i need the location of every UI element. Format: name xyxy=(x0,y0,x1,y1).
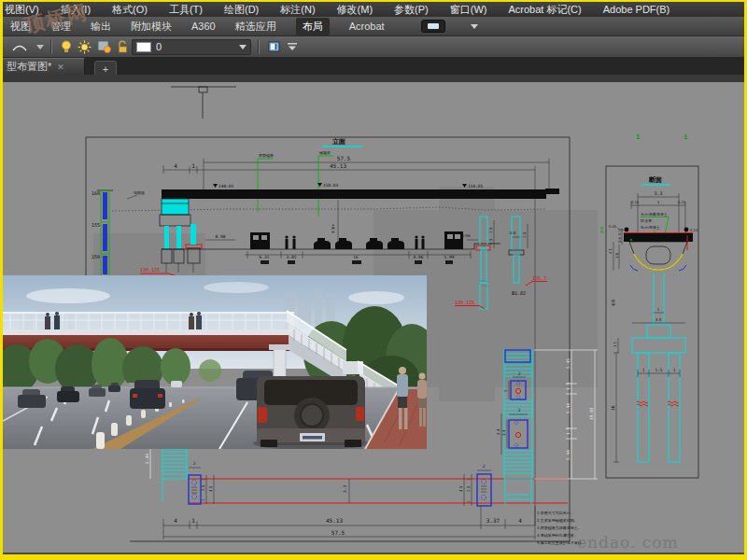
drawing-canvas[interactable]: 立面 160 155 150 地面线 xyxy=(3,82,744,553)
layer-properties-button[interactable] xyxy=(268,41,281,53)
svg-text:1: 1 xyxy=(673,368,676,372)
chevron-down-icon[interactable] xyxy=(36,45,44,49)
svg-text:16: 16 xyxy=(611,405,615,411)
svg-text:5.99: 5.99 xyxy=(444,255,455,259)
deck-edge xyxy=(3,329,294,335)
ribbon-tab-layout-selected[interactable]: 布局 xyxy=(296,18,330,35)
menu-item-modify[interactable]: 修改(M) xyxy=(337,3,374,17)
right-pier-plan: 2 1 2.5 1 4.5 xyxy=(458,464,491,506)
menu-item-parametric[interactable]: 参数(P) xyxy=(394,3,429,17)
menu-item-format[interactable]: 格式(O) xyxy=(112,3,148,17)
ribbon-tab-view[interactable]: 视图 xyxy=(10,20,31,34)
menu-item-adobe-pdf[interactable]: Adobe PDF(B) xyxy=(603,4,670,15)
ribbon-tab-output[interactable]: 输出 xyxy=(91,20,111,34)
svg-text:1: 1 xyxy=(191,517,195,524)
toolbar-overflow-button[interactable] xyxy=(287,42,298,51)
ground-line-label: 地面线 xyxy=(127,190,145,199)
svg-text:2: 2 xyxy=(193,461,196,466)
svg-text:45.13: 45.13 xyxy=(330,162,346,169)
svg-text:0.45: 0.45 xyxy=(609,224,617,229)
svg-text:5.44: 5.44 xyxy=(566,450,571,460)
svg-text:6.31: 6.31 xyxy=(260,255,270,259)
suv xyxy=(253,376,369,450)
left-stair-plan: 2 1 2.5 1 4.5 5.44 xyxy=(145,449,214,504)
svg-text:16: 16 xyxy=(353,255,359,259)
svg-text:3.3: 3.3 xyxy=(654,190,662,196)
double-chevron-down-icon xyxy=(287,42,298,51)
svg-text:4.5m: 4.5m xyxy=(331,224,335,233)
svg-text:地面线: 地面线 xyxy=(133,190,145,195)
layer-freeze-sun-button[interactable] xyxy=(78,40,92,54)
svg-text:1.5: 1.5 xyxy=(655,368,662,372)
svg-text:2.1: 2.1 xyxy=(608,247,613,254)
close-icon[interactable]: ✕ xyxy=(57,63,64,72)
pier-detail-view: 1 1 断面 3.3 0.15 3 0.15 3cm沥青混凝土 防水层 5cm混… xyxy=(599,133,698,478)
svg-text:0.15: 0.15 xyxy=(690,228,698,232)
section-marker-1: 1 xyxy=(636,133,641,141)
toolbar-separator xyxy=(50,39,51,54)
canvas-bottom-margin xyxy=(3,553,744,554)
section-title: 断面 xyxy=(649,176,662,184)
layer-select-dropdown[interactable]: 0 xyxy=(132,39,251,55)
detail-column: 1 4.5 1.5 桥墩 桩基 xyxy=(599,226,685,353)
menu-item-view[interactable]: 视图(V) xyxy=(5,3,39,17)
svg-text:1.本图尺寸均以米计。: 1.本图尺寸均以米计。 xyxy=(537,511,574,515)
svg-text:2.主梁采用钢箱梁结构。: 2.主梁采用钢箱梁结构。 xyxy=(537,518,578,524)
svg-text:1.5: 1.5 xyxy=(613,341,617,347)
ribbon-tab-manage[interactable]: 管理 xyxy=(50,20,71,34)
svg-text:0.8: 0.8 xyxy=(510,231,516,235)
menu-item-draw[interactable]: 绘图(D) xyxy=(224,3,259,17)
svg-text:1.5: 1.5 xyxy=(566,383,571,390)
svg-text:3.3: 3.3 xyxy=(343,485,347,493)
layer-lock-button[interactable] xyxy=(117,40,129,53)
plan-bottom-dimensions: 4 1 45.13 3.37 4 57.5 xyxy=(163,506,535,539)
ribbon-tab-acrobat[interactable]: Acrobat xyxy=(349,21,385,32)
panel-icon xyxy=(268,41,281,53)
menu-item-acrobat-markup[interactable]: Acrobat 标记(C) xyxy=(508,3,581,17)
svg-text:B1.82: B1.82 xyxy=(512,290,526,296)
menu-item-insert[interactable]: 插入(I) xyxy=(61,3,91,17)
svg-text:4.06: 4.06 xyxy=(414,255,424,259)
svg-text:4: 4 xyxy=(174,517,177,524)
ribbon-tab-a360[interactable]: A360 xyxy=(191,21,216,32)
menu-item-window[interactable]: 窗口(W) xyxy=(450,3,487,17)
svg-text:4: 4 xyxy=(174,162,177,169)
layout-tab-bar: 型布置图* ✕ + xyxy=(3,57,744,75)
menu-item-tools[interactable]: 工具(T) xyxy=(169,3,203,17)
ribbon-tab-bar: 视图 管理 输出 附加模块 A360 精选应用 布局 Acrobat xyxy=(3,17,744,36)
svg-text:1.8: 1.8 xyxy=(614,252,619,259)
svg-text:4.5: 4.5 xyxy=(655,317,662,322)
svg-text:2: 2 xyxy=(518,408,521,413)
arc-icon xyxy=(11,41,28,52)
layout-tab-active[interactable]: 型布置图* ✕ xyxy=(3,58,85,75)
layout-tab-label: 型布置图* xyxy=(7,60,51,74)
pile-tip-elevation-right: 139.125 xyxy=(455,300,474,305)
girder-leader-labels: 桥面铺装 钢箱梁 xyxy=(258,150,333,217)
viewport-freeze-button[interactable] xyxy=(97,40,111,53)
sun-icon xyxy=(78,40,92,54)
menu-item-dimension[interactable]: 标注(N) xyxy=(280,3,315,17)
ribbon-tab-featured-apps[interactable]: 精选应用 xyxy=(235,20,276,34)
svg-text:4.5: 4.5 xyxy=(208,485,213,492)
arc-flyout-button[interactable] xyxy=(11,41,28,52)
svg-text:57.5: 57.5 xyxy=(331,529,345,536)
svg-text:2.5: 2.5 xyxy=(466,485,471,492)
svg-text:1: 1 xyxy=(657,307,660,312)
svg-text:桥墩: 桥墩 xyxy=(599,226,604,234)
communication-center-button[interactable] xyxy=(421,20,445,33)
menu-bar: 视图(V) 插入(I) 格式(O) 工具(T) 绘图(D) 标注(N) 修改(M… xyxy=(3,2,744,17)
svg-text:45.13: 45.13 xyxy=(326,517,343,524)
bridge-deck: 148.05 150.03 150.05 xyxy=(162,183,559,199)
chevron-down-icon[interactable] xyxy=(471,24,478,29)
svg-text:桥面铺装: 桥面铺装 xyxy=(259,153,274,158)
screen-icon xyxy=(428,23,439,29)
ribbon-tab-addins[interactable]: 附加模块 xyxy=(131,20,172,34)
scale-155: 155 xyxy=(92,222,100,228)
svg-text:1: 1 xyxy=(201,498,205,501)
svg-text:2.5: 2.5 xyxy=(201,484,205,491)
deck-width-dimension: 3.3 xyxy=(343,479,349,503)
layer-on-bulb-button[interactable] xyxy=(61,40,72,53)
svg-text:5.45: 5.45 xyxy=(566,358,571,369)
svg-text:4.基础采用钻孔灌注桩。: 4.基础采用钻孔灌注桩。 xyxy=(537,533,578,538)
svg-text:3.4: 3.4 xyxy=(501,429,506,436)
